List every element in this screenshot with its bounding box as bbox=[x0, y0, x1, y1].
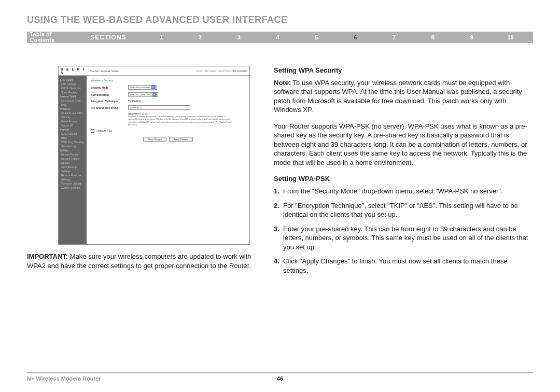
ss-sidebar-item[interactable]: Firewall bbox=[60, 128, 85, 132]
router-ui-screenshot: B E L K I N Modem-Router Setup Home | He… bbox=[58, 66, 250, 245]
section-7[interactable]: 7 bbox=[375, 34, 414, 40]
ss-sidebar-item[interactable]: Save/Backup Settings bbox=[60, 165, 85, 173]
section-2[interactable]: 2 bbox=[180, 34, 219, 40]
ss-obscure-check[interactable]: Obscure PSK bbox=[91, 129, 245, 133]
ss-sidebar-item[interactable]: Use as AP bbox=[60, 123, 85, 128]
ss-sidebar-item[interactable]: DHCP Client List bbox=[60, 86, 85, 90]
section-4[interactable]: 4 bbox=[258, 34, 297, 40]
ss-secmode-label: Security Mode bbox=[91, 86, 128, 89]
ss-sidebar-item[interactable]: DMZ bbox=[60, 136, 85, 140]
page-number: 46 bbox=[277, 375, 283, 382]
heading-wpa-psk: Setting WPA-PSK bbox=[274, 174, 533, 184]
checkbox-icon bbox=[91, 129, 94, 133]
belkin-logo: B E L K I N bbox=[59, 67, 87, 75]
ss-sidebar-item[interactable]: Guest Access bbox=[60, 119, 85, 123]
section-8[interactable]: 8 bbox=[414, 34, 453, 40]
step-item: 2.For "Encryption Technique", select "TK… bbox=[274, 201, 533, 219]
ss-sidebar-item[interactable]: Security Log bbox=[60, 144, 85, 148]
ss-auth-label: Authentication bbox=[91, 93, 128, 96]
steps-list: 1.From the "Security Mode" drop-down men… bbox=[274, 187, 533, 275]
section-3[interactable]: 3 bbox=[219, 34, 258, 40]
section-5[interactable]: 5 bbox=[297, 34, 336, 40]
section-6[interactable]: 6 bbox=[336, 34, 375, 40]
ss-sidebar-item[interactable]: Utilities bbox=[60, 148, 85, 152]
step-item: 4.Click "Apply Changes" to finish. You m… bbox=[274, 257, 533, 275]
sections-label: SECTIONS bbox=[90, 34, 126, 41]
ss-sidebar: LAN SetupLAN SettingsDHCP Client ListSta… bbox=[59, 76, 87, 244]
ss-sidebar-item[interactable]: LAN Settings bbox=[60, 82, 85, 86]
section-9[interactable]: 9 bbox=[452, 34, 491, 40]
ss-sidebar-item[interactable]: LAN Setup bbox=[60, 78, 85, 82]
step-item: 3.Enter your pre-shared key. This can be… bbox=[274, 225, 533, 252]
ss-apply-button[interactable]: Apply Changes bbox=[169, 137, 192, 142]
ss-header-links: Home | Help | Logout · Internet Status: … bbox=[197, 69, 249, 72]
chevron-down-icon: ▾ bbox=[151, 86, 156, 89]
chevron-down-icon: ▾ bbox=[152, 93, 157, 96]
toc-link[interactable]: Table of Contents bbox=[30, 32, 75, 43]
ss-sidebar-item[interactable]: Restart Router bbox=[60, 152, 85, 157]
ss-clear-button[interactable]: Clear Changes bbox=[143, 137, 166, 142]
page-footer: N+ Wireless Modem Router 46 bbox=[27, 372, 533, 383]
ss-sidebar-item[interactable]: WAN Ping Blocking bbox=[60, 140, 85, 144]
ss-sidebar-item[interactable]: Restore Factory Default bbox=[60, 157, 85, 165]
ss-psk-input[interactable]: GoBelkin123 bbox=[128, 105, 190, 110]
note-paragraph: Note: To use WPA security, your wireless… bbox=[274, 78, 533, 115]
ss-sidebar-item[interactable]: Connection Type bbox=[60, 99, 85, 103]
ss-breadcrumb: Wireless > Security bbox=[91, 79, 245, 82]
footer-product: N+ Wireless Modem Router bbox=[27, 375, 101, 383]
ss-sidebar-item[interactable]: Wireless bbox=[60, 107, 85, 111]
ss-window-title: Modem-Router Setup bbox=[87, 69, 197, 73]
ss-secmode-select[interactable]: WPA-PSK (no server)▾ bbox=[128, 85, 157, 90]
ss-sidebar-item[interactable]: Internet WAN bbox=[60, 94, 85, 99]
ss-sidebar-item[interactable]: Restore Previous Settings bbox=[60, 173, 85, 181]
step-item: 1.From the "Security Mode" drop-down men… bbox=[274, 187, 533, 196]
ss-sidebar-item[interactable]: DNS bbox=[60, 103, 85, 107]
ss-enc-value: TKIP+AES bbox=[128, 100, 141, 103]
ss-auth-select[interactable]: WPA-PSK+WPA2-PSK▾ bbox=[128, 92, 158, 97]
ss-sidebar-item[interactable]: Channel and SSID bbox=[60, 111, 85, 115]
heading-wpa-security: Setting WPA Security bbox=[274, 66, 533, 75]
ss-enc-label: Encryption Technique bbox=[91, 100, 128, 103]
section-10[interactable]: 10 bbox=[491, 34, 530, 40]
section-1[interactable]: 1 bbox=[142, 34, 181, 40]
ss-sidebar-item[interactable]: MAC Filtering bbox=[60, 132, 85, 136]
ss-more-info-link[interactable]: More Info bbox=[128, 123, 137, 126]
ss-sidebar-item[interactable]: Security bbox=[60, 115, 85, 119]
ss-desc-body: Wireless Protected Access with a Pre-Sha… bbox=[128, 115, 232, 123]
wpa-description: Your Router supports WPA-PSK (no server)… bbox=[274, 122, 533, 167]
ss-sidebar-item[interactable]: Static Routing bbox=[60, 90, 85, 94]
page-title: USING THE WEB-BASED ADVANCED USER INTERF… bbox=[27, 15, 533, 25]
ss-sidebar-item[interactable]: Firmware Update bbox=[60, 181, 85, 186]
section-navbar: Table of Contents SECTIONS 1 2 3 4 5 6 7… bbox=[27, 32, 533, 43]
ss-sidebar-item[interactable]: System Settings bbox=[60, 186, 85, 190]
ss-psk-label: Pre-Shared Key (PSK) bbox=[91, 106, 128, 109]
important-note: IMPORTANT: Make sure your wireless compu… bbox=[27, 252, 255, 270]
